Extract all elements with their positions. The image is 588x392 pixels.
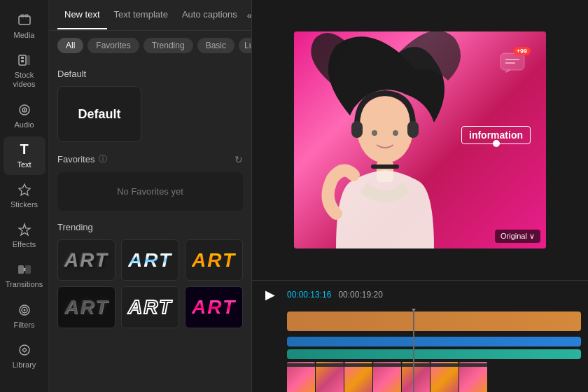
track-teal-clip[interactable] — [287, 349, 581, 359]
panel-content: Default Default Favorites ⓘ ↻ No Favorit… — [49, 60, 251, 392]
info-text-wrapper: information — [461, 126, 531, 144]
preview-image: +99 information — [294, 31, 546, 248]
favorites-info-icon: ⓘ — [99, 153, 107, 165]
filmstrip: 0:19:02 — [287, 362, 581, 392]
svg-rect-6 — [27, 55, 30, 65]
transitions-icon — [17, 262, 32, 277]
text-style-outline[interactable]: ART — [121, 286, 179, 328]
filters-icon — [17, 302, 32, 318]
timeline: ▶ 00:00:13:16 00:00:19:20 00:05 00:10 00… — [252, 280, 588, 392]
play-button[interactable]: ▶ — [260, 285, 280, 304]
art-text-neon: ART — [192, 296, 236, 318]
svg-marker-11 — [19, 224, 30, 235]
sidebar-item-library[interactable]: Library — [4, 337, 46, 375]
svg-rect-4 — [21, 57, 24, 59]
sidebar-label-text: Text — [17, 160, 31, 169]
text-style-gold[interactable]: ART — [185, 239, 243, 281]
filter-row: All Favorites Trending Basic Lu... ▼ — [49, 31, 251, 60]
main-area: +99 information Original ∨ ▶ — [252, 0, 588, 392]
art-text-outline: ART — [128, 296, 172, 318]
sidebar-item-transitions[interactable]: Transitions — [4, 256, 46, 295]
favorites-refresh-icon[interactable]: ↻ — [234, 154, 243, 165]
filter-more-dropdown[interactable]: Lu... ▼ — [239, 38, 252, 53]
sidebar-label-effects: Effects — [13, 240, 36, 249]
film-frame-2 — [316, 362, 344, 392]
art-text-chrome: ART — [128, 249, 172, 272]
svg-rect-13 — [25, 265, 31, 274]
filter-favorites[interactable]: Favorites — [88, 38, 139, 53]
notification-wrapper: +99 — [500, 52, 525, 78]
text-style-chrome[interactable]: ART — [121, 239, 179, 281]
panel-tabs: New text Text template Auto captions « — [49, 0, 251, 31]
default-section-title: Default — [57, 69, 243, 79]
film-frame-1 — [287, 362, 315, 392]
effects-icon — [17, 222, 32, 237]
notification-count: +99 — [513, 47, 531, 55]
svg-marker-10 — [19, 184, 30, 195]
preview-canvas: +99 information Original ∨ — [294, 31, 546, 248]
svg-point-24 — [393, 130, 398, 136]
filter-all[interactable]: All — [57, 38, 83, 53]
text-panel: New text Text template Auto captions « A… — [49, 0, 252, 392]
art-text-gold: ART — [192, 249, 236, 272]
preview-area: +99 information Original ∨ — [252, 0, 588, 280]
stickers-icon — [17, 182, 32, 197]
info-text-dot — [493, 140, 500, 147]
favorites-title: Favorites — [57, 154, 94, 164]
tab-new-text[interactable]: New text — [57, 1, 107, 29]
sidebar-label-library: Library — [13, 360, 36, 370]
film-frame-7 — [459, 362, 487, 392]
filter-trending[interactable]: Trending — [144, 38, 193, 53]
favorites-empty-message: No Favorites yet — [57, 172, 243, 211]
audio-icon — [17, 102, 32, 118]
sidebar: Media Stock videos Audio T Text — [0, 0, 49, 392]
svg-rect-5 — [21, 60, 24, 62]
sidebar-item-stickers[interactable]: Stickers — [4, 176, 46, 215]
tab-text-template[interactable]: Text template — [107, 1, 175, 29]
svg-point-18 — [23, 309, 25, 311]
text-style-neon[interactable]: ART — [185, 286, 243, 328]
timeline-track-area: 00:05 00:10 00:15 0:19:02 — [252, 309, 588, 392]
favorites-header: Favorites ⓘ ↻ — [57, 153, 243, 165]
text-icon: T — [17, 142, 32, 158]
track-blue-clip[interactable] — [287, 337, 581, 346]
sidebar-item-media[interactable]: Media — [4, 7, 46, 46]
svg-rect-27 — [500, 53, 524, 70]
sidebar-label-stock: Stock videos — [7, 71, 42, 89]
track-main-clip[interactable] — [287, 312, 581, 331]
current-time-display: 00:00:13:16 — [287, 290, 331, 300]
filter-basic[interactable]: Basic — [197, 38, 234, 53]
sidebar-item-text[interactable]: T Text — [4, 136, 46, 175]
sidebar-label-transitions: Transitions — [6, 280, 43, 289]
stock-videos-icon — [17, 52, 32, 68]
default-text-card[interactable]: Default — [57, 86, 141, 142]
svg-point-19 — [20, 345, 29, 355]
tab-more-button[interactable]: « — [244, 4, 252, 27]
person-svg — [294, 31, 490, 248]
timeline-controls: ▶ 00:00:13:16 00:00:19:20 — [252, 281, 588, 309]
art-text-dark: ART — [64, 296, 108, 318]
film-frame-6 — [430, 362, 458, 392]
sidebar-label-stickers: Stickers — [10, 200, 38, 209]
svg-point-23 — [372, 130, 377, 136]
svg-point-9 — [23, 108, 24, 110]
sidebar-item-filters[interactable]: Filters — [4, 297, 46, 335]
svg-rect-12 — [18, 265, 24, 274]
text-style-silver[interactable]: ART — [57, 239, 115, 281]
sidebar-item-audio[interactable]: Audio — [4, 97, 46, 135]
svg-point-20 — [357, 96, 413, 163]
total-time-display: 00:00:19:20 — [338, 290, 382, 300]
sidebar-item-effects[interactable]: Effects — [4, 216, 46, 255]
trending-grid: ART ART ART ART ART ART — [57, 239, 243, 328]
tab-auto-captions[interactable]: Auto captions — [175, 1, 244, 29]
text-style-dark[interactable]: ART — [57, 286, 115, 328]
info-text-label: information — [469, 130, 523, 141]
svg-rect-26 — [371, 164, 399, 169]
film-frame-4 — [373, 362, 401, 392]
aspect-ratio-button[interactable]: Original ∨ — [495, 230, 540, 243]
film-frame-5 — [402, 362, 430, 392]
library-icon — [17, 342, 32, 358]
playhead[interactable] — [413, 309, 414, 392]
sidebar-label-filters: Filters — [14, 321, 35, 330]
sidebar-item-stock-videos[interactable]: Stock videos — [4, 47, 46, 94]
